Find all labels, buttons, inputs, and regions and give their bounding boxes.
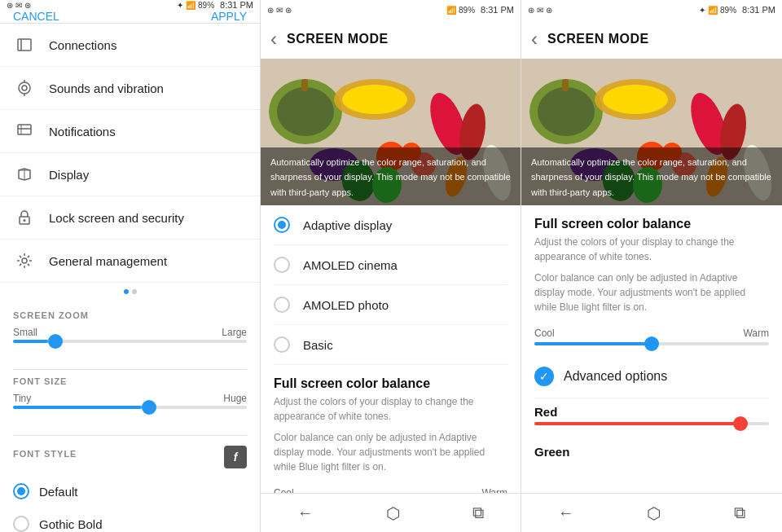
font-size-slider[interactable] <box>13 406 247 409</box>
connections-label: Connections <box>49 38 116 52</box>
panel-screen-mode-2: ⊛ ✉ ⊛ ✦ 📶 89% 8:31 PM ‹ SCREEN MODE <box>521 0 782 532</box>
apply-button[interactable]: APPLY <box>211 10 247 23</box>
svg-point-20 <box>342 85 407 114</box>
status-icons-left-2: ⊛ ✉ ⊛ <box>267 6 292 15</box>
basic-radio[interactable] <box>274 336 290 353</box>
recent-nav-3[interactable]: ⧉ <box>734 503 745 522</box>
color-balance-slider-2[interactable]: Cool Warm <box>534 328 769 345</box>
amoled-cinema-radio[interactable] <box>274 257 290 273</box>
status-bar-3: ⊛ ✉ ⊛ ✦ 📶 89% 8:31 PM <box>521 0 782 20</box>
color-balance-slider-1[interactable]: Cool Warm <box>274 487 507 493</box>
option-amoled-cinema[interactable]: AMOLED cinema <box>274 245 507 285</box>
menu-item-sounds[interactable]: Sounds and vibration <box>0 67 260 110</box>
cool-label-1: Cool <box>274 487 294 493</box>
status-bar-1: ⊛ ✉ ⊛ ✦ 📶 🔵 ✦ 📶 89% 89% 8:31 PM <box>0 0 260 10</box>
font-range-labels: Tiny Huge <box>13 393 247 404</box>
svg-point-36 <box>603 85 668 114</box>
screen-mode-title-2: SCREEN MODE <box>547 32 649 46</box>
back-nav-2[interactable]: ← <box>297 503 314 522</box>
color-balance-title-1: Full screen color balance <box>274 365 507 394</box>
bottom-nav-3: ← ⬡ ⧉ <box>521 493 782 532</box>
svg-point-17 <box>277 87 334 136</box>
scroll-content-2[interactable]: Full screen color balance Adjust the col… <box>521 205 782 493</box>
tiny-label: Tiny <box>13 393 31 404</box>
option-amoled-photo[interactable]: AMOLED photo <box>274 285 507 325</box>
font-default-option[interactable]: Default <box>13 475 247 508</box>
font-download-icon[interactable]: f <box>224 446 247 468</box>
bt-icon-3: ✦ <box>699 6 705 15</box>
hero-image-2: Automatically optimize the color range, … <box>521 59 782 205</box>
zoom-range-labels: Small Large <box>13 327 247 338</box>
notification-icons-1: ⊛ ✉ ⊛ <box>7 1 31 10</box>
basic-label: Basic <box>303 338 333 352</box>
battery-percent-1: 89% <box>198 1 214 10</box>
panel-screen-mode-1: ⊛ ✉ ⊛ 📶 89% 8:31 PM ‹ SCREEN MODE <box>261 0 521 532</box>
bluetooth-icon: ✦ <box>177 1 183 10</box>
hero-overlay-1: Automatically optimize the color range, … <box>261 147 521 205</box>
time-2: 8:31 PM <box>481 5 514 15</box>
general-label: General management <box>49 254 167 268</box>
menu-item-connections[interactable]: Connections <box>0 24 260 67</box>
back-button-2[interactable]: ‹ <box>270 28 277 51</box>
status-icons-left-1: ⊛ ✉ ⊛ <box>7 1 31 10</box>
font-gothic-radio[interactable] <box>13 516 29 532</box>
adaptive-radio[interactable] <box>274 217 290 233</box>
menu-item-display[interactable]: Display <box>0 153 260 196</box>
status-icons-right-1: ✦ 📶 🔵 ✦ 📶 89% 89% 8:31 PM <box>177 0 253 10</box>
home-nav-3[interactable]: ⬡ <box>647 503 661 523</box>
color-balance-desc-2: Adjust the colors of your display to cha… <box>534 235 769 270</box>
advanced-options-row[interactable]: ✓ Advanced options <box>534 355 769 398</box>
screen-zoom-section: SCREEN ZOOM Small Large <box>0 301 260 356</box>
home-nav-2[interactable]: ⬡ <box>386 503 400 523</box>
hero-image-1: Automatically optimize the color range, … <box>261 59 521 205</box>
status-icons-left-3: ⊛ ✉ ⊛ <box>528 6 552 15</box>
time-3: 8:31 PM <box>742 5 775 15</box>
connections-icon <box>13 33 36 56</box>
recent-nav-2[interactable]: ⧉ <box>472 503 484 522</box>
sounds-label: Sounds and vibration <box>49 81 164 95</box>
font-size-section: FONT SIZE Tiny Huge <box>0 356 260 422</box>
back-nav-3[interactable]: ← <box>558 503 574 522</box>
green-channel-section: Green <box>534 438 769 462</box>
hero-text-1: Automatically optimize the color range, … <box>270 157 511 197</box>
display-icon <box>13 163 36 186</box>
zoom-slider[interactable] <box>13 340 247 343</box>
menu-item-notifications[interactable]: Notifications <box>0 110 260 153</box>
svg-rect-6 <box>18 125 31 134</box>
font-default-label: Default <box>39 485 78 499</box>
option-basic[interactable]: Basic <box>274 325 507 365</box>
svg-point-3 <box>22 86 27 90</box>
cancel-button[interactable]: CANCEL <box>13 10 59 23</box>
menu-item-lock[interactable]: Lock screen and security <box>0 196 260 240</box>
cool-label-2: Cool <box>534 328 555 339</box>
status-bar-2: ⊛ ✉ ⊛ 📶 89% 8:31 PM <box>261 0 521 20</box>
warm-label-2: Warm <box>743 328 769 339</box>
menu-item-general[interactable]: General management <box>0 240 260 283</box>
battery-percent-3: 89% <box>720 6 736 15</box>
advanced-check-icon: ✓ <box>534 367 554 386</box>
sounds-icon <box>13 77 36 99</box>
status-icons-right-3: ✦ 📶 89% 8:31 PM <box>699 5 775 15</box>
green-channel-label: Green <box>534 438 769 462</box>
notification-icons-2: ⊛ ✉ ⊛ <box>267 6 292 15</box>
font-gothic-option[interactable]: Gothic Bold <box>13 508 247 532</box>
notifications-icon <box>13 120 36 143</box>
color-balance-desc-1: Adjust the colors of your display to cha… <box>274 394 507 430</box>
font-default-radio[interactable] <box>13 483 29 499</box>
large-label: Large <box>222 327 247 338</box>
scroll-content-1[interactable]: Adaptive display AMOLED cinema AMOLED ph… <box>261 205 521 493</box>
hero-text-2: Automatically optimize the color range, … <box>531 157 771 197</box>
signal-icon-1: 📶 <box>186 1 196 10</box>
svg-point-33 <box>538 87 595 136</box>
svg-point-2 <box>19 82 30 94</box>
red-slider[interactable] <box>534 422 769 425</box>
dot-2 <box>132 289 137 294</box>
signal-icon-2: 📶 <box>446 6 456 15</box>
font-style-label: FONT STYLE <box>13 449 77 459</box>
back-button-3[interactable]: ‹ <box>531 28 538 51</box>
notifications-label: Notifications <box>49 125 116 138</box>
amoled-photo-radio[interactable] <box>274 297 290 313</box>
option-adaptive[interactable]: Adaptive display <box>274 205 507 245</box>
svg-point-13 <box>22 258 27 263</box>
screen-mode-title-1: SCREEN MODE <box>287 32 389 46</box>
